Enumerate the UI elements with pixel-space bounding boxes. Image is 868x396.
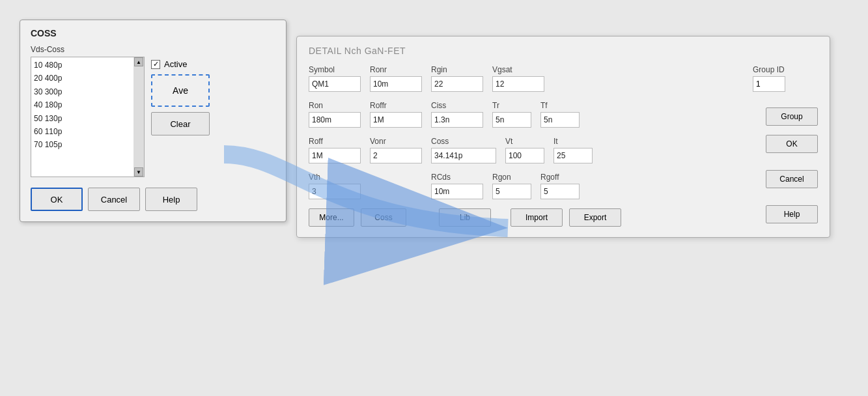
roff-input[interactable]: [309, 148, 361, 163]
list-item[interactable]: 50 130p: [34, 112, 62, 125]
rcds-label: RCds: [431, 173, 483, 182]
rgoff-input[interactable]: [540, 184, 580, 199]
roffr-label: Roffr: [370, 101, 422, 110]
rgin-input[interactable]: [431, 76, 483, 92]
vds-coss-label: Vds-Coss: [31, 45, 275, 54]
vonr-group: Vonr: [370, 137, 422, 163]
coss-input[interactable]: [431, 148, 496, 163]
ave-button[interactable]: Ave: [151, 74, 210, 107]
vgsat-input[interactable]: [492, 76, 544, 92]
cancel-button[interactable]: Cancel: [88, 188, 140, 211]
it-input[interactable]: [553, 148, 593, 163]
list-item[interactable]: 20 400p: [34, 72, 62, 85]
rgoff-group: Rgoff: [540, 173, 580, 199]
field-row-4: Vth RCds Rgon Rgoff: [309, 173, 746, 199]
list-item[interactable]: 60 110p: [34, 125, 62, 138]
ron-label: Ron: [309, 101, 361, 110]
coss-field-label: Coss: [431, 137, 496, 146]
rcds-group: RCds: [431, 173, 483, 199]
ciss-label: Ciss: [431, 101, 483, 110]
field-row-2: Ron Roffr Ciss Tr Tf: [309, 101, 746, 128]
scroll-down-icon[interactable]: ▼: [134, 167, 143, 177]
detail-ok-button[interactable]: OK: [766, 135, 818, 153]
symbol-group: Symbol: [309, 65, 361, 92]
active-label: Active: [164, 59, 187, 69]
roffr-group: Roffr: [370, 101, 422, 128]
detail-body: Symbol Ronr Rgin Vgsat: [309, 65, 818, 227]
tr-input[interactable]: [492, 112, 531, 128]
listbox-items: 10 480p 20 400p 30 300p 40 180p 50 130p …: [31, 57, 64, 177]
ok-button[interactable]: OK: [31, 188, 83, 211]
vth-label: Vth: [309, 173, 361, 182]
ronr-group: Ronr: [370, 65, 422, 92]
ron-input[interactable]: [309, 112, 361, 128]
vds-coss-listbox[interactable]: 10 480p 20 400p 30 300p 40 180p 50 130p …: [31, 57, 145, 177]
detail-footer: More... Coss Lib Import Export: [309, 208, 746, 227]
it-label: It: [553, 137, 593, 146]
detail-cancel-button[interactable]: Cancel: [766, 170, 818, 188]
group-id-label: Group ID: [753, 65, 785, 74]
coss-title: COSS: [31, 28, 275, 38]
tr-label: Tr: [492, 101, 531, 110]
vonr-input[interactable]: [370, 148, 422, 163]
roff-label: Roff: [309, 137, 361, 146]
active-checkbox[interactable]: ✓: [151, 60, 160, 69]
group-id-group: Group ID: [753, 65, 818, 92]
list-item[interactable]: 30 300p: [34, 85, 62, 98]
export-button[interactable]: Export: [569, 208, 621, 227]
ciss-group: Ciss: [431, 101, 483, 128]
rgin-label: Rgin: [431, 65, 483, 74]
tf-group: Tf: [540, 101, 580, 128]
rgon-input[interactable]: [492, 184, 531, 199]
detail-title: DETAIL Nch GaN-FET: [309, 46, 818, 56]
vth-group: Vth: [309, 173, 361, 199]
rgoff-label: Rgoff: [540, 173, 580, 182]
more-button[interactable]: More...: [309, 208, 354, 227]
vgsat-group: Vgsat: [492, 65, 544, 92]
field-row-3: Roff Vonr Coss Vt It: [309, 137, 746, 163]
symbol-input[interactable]: [309, 76, 361, 92]
detail-main: Symbol Ronr Rgin Vgsat: [309, 65, 746, 227]
coss-dialog: COSS Vds-Coss 10 480p 20 400p 30 300p 40…: [20, 20, 287, 222]
import-button[interactable]: Import: [511, 208, 563, 227]
listbox-scrollbar[interactable]: ▲ ▼: [133, 57, 144, 177]
vonr-label: Vonr: [370, 137, 422, 146]
lib-button[interactable]: Lib: [439, 208, 491, 227]
coss-footer-button[interactable]: Coss: [361, 208, 406, 227]
vth-input[interactable]: [309, 184, 361, 199]
coss-group: Coss: [431, 137, 496, 163]
coss-body: 10 480p 20 400p 30 300p 40 180p 50 130p …: [31, 57, 275, 177]
rgon-label: Rgon: [492, 173, 531, 182]
it-group: It: [553, 137, 593, 163]
tf-input[interactable]: [540, 112, 580, 128]
tf-label: Tf: [540, 101, 580, 110]
coss-controls: ✓ Active Ave Clear: [151, 57, 210, 177]
tr-group: Tr: [492, 101, 531, 128]
coss-footer: OK Cancel Help: [31, 188, 275, 211]
list-item[interactable]: 40 180p: [34, 98, 62, 111]
detail-dialog: DETAIL Nch GaN-FET Symbol Ronr Rgin Vgsa…: [296, 36, 830, 238]
list-item[interactable]: 10 480p: [34, 59, 62, 72]
ronr-label: Ronr: [370, 65, 422, 74]
list-item[interactable]: 70 105p: [34, 138, 62, 151]
help-button[interactable]: Help: [145, 188, 197, 211]
rgon-group: Rgon: [492, 173, 531, 199]
ciss-input[interactable]: [431, 112, 483, 128]
vt-label: Vt: [505, 137, 544, 146]
scroll-up-icon[interactable]: ▲: [134, 57, 143, 66]
ron-group: Ron: [309, 101, 361, 128]
field-row-1: Symbol Ronr Rgin Vgsat: [309, 65, 746, 92]
active-row: ✓ Active: [151, 59, 187, 69]
group-id-input[interactable]: [753, 76, 785, 92]
vgsat-label: Vgsat: [492, 65, 544, 74]
rgin-group: Rgin: [431, 65, 483, 92]
rcds-input[interactable]: [431, 184, 483, 199]
roffr-input[interactable]: [370, 112, 422, 128]
detail-help-button[interactable]: Help: [766, 205, 818, 223]
vt-input[interactable]: [505, 148, 544, 163]
vt-group: Vt: [505, 137, 544, 163]
group-button[interactable]: Group: [766, 107, 818, 126]
detail-right-column: Group ID Group OK Cancel Help: [746, 65, 818, 227]
clear-button[interactable]: Clear: [151, 112, 210, 135]
ronr-input[interactable]: [370, 76, 422, 92]
